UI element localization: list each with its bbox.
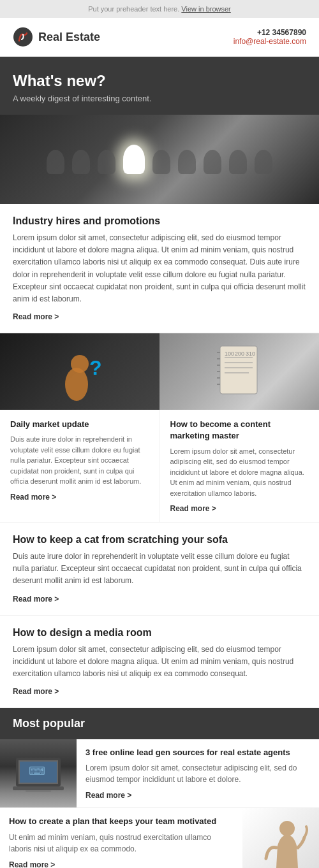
header-phone: +12 34567890: [234, 28, 306, 37]
col-img-right: 100 200 310: [160, 333, 319, 410]
article-4-title: How to keep a cat from scratching your s…: [13, 534, 306, 546]
svg-rect-21: [26, 790, 51, 792]
header-contact: +12 34567890 info@real-estate.com: [234, 28, 306, 46]
bulb-lit: [123, 145, 145, 174]
svg-text:100: 100: [225, 351, 234, 357]
svg-point-24: [279, 821, 295, 836]
logo-text: Real Estate: [38, 31, 100, 44]
popular-item-1-content: 3 free online lead gen sources for real …: [77, 739, 319, 807]
svg-rect-20: [13, 786, 64, 790]
svg-point-2: [71, 355, 89, 373]
article-4: How to keep a cat from scratching your s…: [0, 523, 319, 616]
most-popular-header: Most popular: [0, 708, 319, 739]
popular-item-2-title: How to create a plan that keeps your tea…: [9, 816, 234, 827]
article-2: Daily market update Duis aute irure dolo…: [0, 410, 160, 522]
article-5: How to design a media room Lorem ipsum d…: [0, 616, 319, 709]
article-1-read-more[interactable]: Read more: [13, 312, 59, 321]
hero-image: [0, 115, 319, 204]
two-col-articles: Daily market update Duis aute irure dolo…: [0, 410, 319, 523]
preheader-bar: Put your preheader text here. View in br…: [0, 0, 319, 18]
email-header: Real Estate +12 34567890 info@real-estat…: [0, 18, 319, 57]
svg-text:310: 310: [246, 351, 255, 357]
most-popular-title: Most popular: [13, 717, 306, 730]
two-col-images: ? 100 200: [0, 333, 319, 410]
popular-item-1-image: ⌨: [0, 739, 77, 807]
svg-text:?: ?: [89, 356, 102, 379]
bulb-2: [72, 150, 90, 174]
article-1: Industry hires and promotions Lorem ipsu…: [0, 204, 319, 333]
popular-item-1: ⌨ 3 free online lead gen sources for rea…: [0, 739, 319, 808]
popular-item-1-read-more[interactable]: Read more: [85, 791, 131, 800]
article-3-read-more[interactable]: Read more: [170, 504, 216, 513]
hero-subtitle: A weekly digest of interesting content.: [13, 94, 306, 103]
bulb-7: [229, 150, 247, 174]
article-3: How to become a content marketing master…: [160, 410, 320, 522]
svg-point-1: [65, 368, 88, 401]
svg-text:200: 200: [235, 351, 244, 357]
question-figure-svg: ?: [54, 340, 105, 403]
bulb-3: [98, 150, 115, 174]
article-1-title: Industry hires and promotions: [13, 215, 306, 227]
article-5-body: Lorem ipsum dolor sit amet, consectetur …: [13, 644, 306, 681]
bulb-5: [178, 150, 196, 174]
view-in-browser-link[interactable]: View in browser: [181, 5, 230, 13]
popular-item-1-title: 3 free online lead gen sources for real …: [85, 747, 310, 758]
article-5-title: How to design a media room: [13, 627, 306, 639]
header-email[interactable]: info@real-estate.com: [234, 37, 306, 46]
article-2-body: Duis aute irure dolor in reprehenderit i…: [10, 434, 149, 487]
article-3-body: Lorem ipsum dolor sit amet, consectetur …: [170, 446, 309, 499]
article-2-read-more[interactable]: Read more: [10, 493, 56, 502]
article-5-read-more[interactable]: Read more: [13, 687, 59, 696]
bulb-6: [204, 150, 221, 174]
col-img-left: ?: [0, 333, 160, 410]
laptop-svg: ⌨: [10, 742, 67, 806]
popular-item-1-body: Lorem ipsum dolor sit amet, consectetur …: [85, 762, 310, 785]
popular-item-2-body: Ut enim ad minim veniam, quis nostrud ex…: [9, 832, 234, 855]
popular-item-2: How to create a plan that keeps your tea…: [0, 808, 319, 868]
popular-item-2-image: [242, 808, 319, 868]
popular-item-2-content: How to create a plan that keeps your tea…: [0, 808, 242, 868]
person-svg: [252, 811, 309, 868]
preheader-text: Put your preheader text here.: [88, 5, 179, 13]
logo-area: Real Estate: [13, 27, 100, 47]
article-1-body: Lorem ipsum dolor sit amet, consectetur …: [13, 232, 306, 305]
article-4-body: Duis aute irure dolor in reprehenderit i…: [13, 551, 306, 588]
bulb-8: [255, 150, 272, 174]
article-2-title: Daily market update: [10, 419, 149, 430]
hero-banner: What's new? A weekly digest of interesti…: [0, 57, 319, 115]
article-3-title: How to become a content marketing master: [170, 419, 309, 442]
svg-text:⌨: ⌨: [29, 765, 45, 778]
bulb-4: [152, 150, 170, 174]
bulb-1: [47, 150, 64, 174]
bulb-row: [47, 145, 272, 174]
article-4-read-more[interactable]: Read more: [13, 595, 59, 604]
hero-title: What's new?: [13, 72, 306, 90]
notebook-svg: 100 200 310: [211, 340, 268, 403]
popular-item-2-read-more[interactable]: Read more: [9, 860, 55, 869]
logo-icon: [13, 27, 33, 47]
